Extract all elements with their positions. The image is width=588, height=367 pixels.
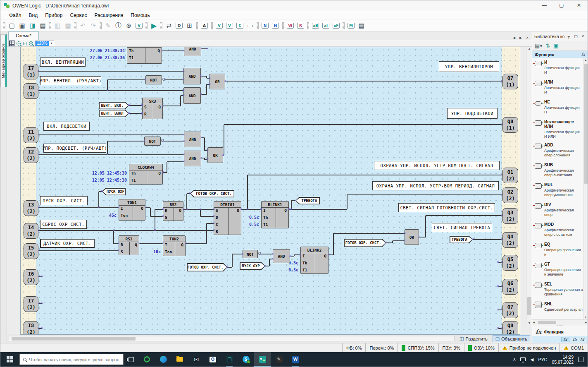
maximize-button[interactable]: ▢ — [553, 0, 570, 11]
input-port-I3(2)[interactable]: I3(2) — [24, 200, 38, 216]
output-port-Q6(2)[interactable]: Q6(2) — [502, 279, 518, 295]
library-item-SUB[interactable]: SUBАрифметическая опер вычитания — [532, 161, 583, 180]
output-port-Q1(2)[interactable]: Q1(2) — [502, 168, 518, 183]
task-view-button[interactable] — [124, 352, 138, 367]
input-port-I8(2)[interactable]: I8(2) — [24, 321, 38, 335]
write-block-button[interactable]: W — [285, 20, 295, 31]
input-port-I5(2)[interactable]: I5(2) — [24, 243, 38, 259]
output-port-Q8(2)[interactable]: Q8(2) — [502, 321, 518, 335]
upload-to-device-button[interactable]: ⇄ — [164, 20, 174, 31]
scroll-down-icon[interactable]: ▼ — [526, 321, 532, 324]
taskbar-app-skype[interactable]: S — [238, 352, 254, 367]
gate-NOT[interactable]: NOT — [243, 250, 258, 258]
output-port-Q2(2)[interactable]: Q2(2) — [502, 187, 518, 203]
close-tab-icon[interactable]: ✕ — [524, 36, 530, 40]
library-tab-fb[interactable]: fb — [573, 337, 577, 342]
gate-OR[interactable]: OR — [209, 74, 225, 89]
fb-block-CLOCK[interactable]: Th27.06 21:38:34T127.06 21:38:36Q — [127, 47, 162, 64]
open-file-button[interactable]: ▣ — [17, 20, 27, 31]
start-button[interactable] — [0, 352, 19, 367]
close-button[interactable]: ✕ — [570, 0, 588, 11]
gate-AND[interactable]: AND — [184, 151, 201, 166]
taskbar-app-owen-logic[interactable] — [254, 352, 271, 367]
gate-AND[interactable]: AND — [183, 68, 201, 84]
library-scrollbar[interactable]: ▲ ▼ — [583, 58, 588, 319]
net-connector-source[interactable]: ГОТОВ ОХР. СИСТ. — [187, 263, 227, 271]
net-connector-source[interactable]: ГОТОВ ОХР. СИСТ. — [344, 239, 386, 247]
net-connector-source[interactable]: ТРЕВОГА — [450, 236, 473, 243]
tab-schema[interactable]: Схема* — [8, 31, 39, 40]
net-connector-sink[interactable]: ПУСК ОХР — [102, 188, 126, 195]
library-section-header[interactable]: Функция fx — [532, 51, 588, 58]
zoom-dropdown-button[interactable]: ▼ — [49, 41, 54, 46]
split-view-button[interactable]: ◫ Разделить — [457, 336, 490, 342]
taskbar-app-mail[interactable]: ✉ — [188, 352, 205, 367]
input-port-I8(1)[interactable]: I8(1) — [24, 83, 38, 99]
output-port-Q3(2)[interactable]: Q3(2) — [502, 208, 518, 224]
input-port-I7(1)[interactable]: I7(1) — [24, 64, 38, 79]
net-block-button[interactable]: ▭ — [245, 20, 255, 31]
net-connector-source[interactable]: ВЕНТ. ВКЛ. — [99, 102, 129, 109]
library-item-SEL[interactable]: SELТернарная условная о сравнения — [532, 280, 583, 300]
taskbar-app-word[interactable]: W — [287, 352, 304, 367]
menu-item-Помощь[interactable]: Помощь — [127, 12, 153, 18]
input-port-I6(2)[interactable]: I6(2) — [24, 269, 38, 285]
comment-label[interactable]: ОХРАНА УПР. ИСПОЛ. УСТР-ВОМ ПОСТ. СИГНАЛ — [374, 161, 500, 170]
sort-button[interactable]: ⇅ — [546, 43, 550, 49]
comment-label[interactable]: ВКЛ. ВЕНТИЛЯЦИИ — [40, 58, 86, 67]
library-item-MOD[interactable]: MODАрифметическая опер с остатком — [532, 220, 583, 240]
gate-OR[interactable]: OR — [207, 147, 223, 163]
macro-block-button[interactable]: M — [346, 20, 356, 31]
grid-toggle-button[interactable] — [9, 41, 14, 46]
folders-button[interactable]: ▣ — [554, 43, 559, 49]
gate-OR[interactable]: OR — [405, 229, 419, 245]
language-indicator[interactable]: РУС — [538, 357, 547, 362]
library-tab-M[interactable]: M — [580, 337, 584, 342]
output-port-Q4(2)[interactable]: Q4(2) — [502, 232, 518, 248]
convert-int-button[interactable]: xI — [321, 20, 331, 31]
gate-AND[interactable]: AND — [184, 132, 201, 147]
fb-block-SR3[interactable]: SR3SRQ — [142, 98, 163, 119]
minimize-button[interactable]: — — [536, 0, 553, 11]
canvas-vertical-scrollbar[interactable]: ▲ ▼ — [526, 47, 532, 325]
zoom-level-input[interactable]: 120% ▼ — [35, 41, 54, 46]
screen-manager-tab[interactable]: Менеджер экранов — [0, 34, 7, 87]
input-port-I2(2)[interactable]: I2(2) — [24, 147, 38, 163]
output-variable-button[interactable]: V — [224, 20, 235, 31]
scrollbar-thumb[interactable] — [527, 297, 531, 315]
paste-button[interactable]: ▩ — [63, 20, 73, 31]
view-mode-button[interactable]: ▤▾ — [535, 43, 543, 49]
gate-NOT[interactable]: NOT — [145, 75, 162, 84]
taskbar-app-app-dark-teal[interactable] — [221, 352, 238, 367]
device-block-button[interactable]: Q — [174, 20, 184, 31]
network-icon[interactable] — [520, 357, 526, 361]
comment-label[interactable]: СВЕТ. СИГНАЛ ТРЕВОГА — [432, 223, 492, 232]
read-block-button[interactable]: R — [295, 20, 306, 31]
taskbar-app-app-green-ring[interactable] — [138, 352, 155, 367]
close-panel-icon[interactable]: ✕ — [580, 34, 586, 38]
comment-label[interactable]: ОХРАНА УПР. ИСПОЛ. УСТР-ВОМ ПЕРИОД. СИГН… — [372, 181, 499, 190]
comment-label[interactable]: УПР. ВЕНТИЛЯТОРОМ — [439, 61, 499, 72]
next-tab-icon[interactable]: ▶ — [518, 36, 524, 40]
convert-bool-button[interactable]: xB — [310, 20, 321, 31]
library-item-SHL[interactable]: SHLСдвиговый регистр вл — [532, 300, 583, 319]
canvas-horizontal-scrollbar[interactable] — [9, 336, 455, 341]
library-horizontal-scrollbar[interactable]: ◀ ▶ — [532, 319, 588, 325]
pin-icon[interactable]: ┳ — [566, 34, 571, 38]
save-button[interactable]: ◨ — [27, 20, 38, 31]
input-port-I4(2)[interactable]: I4(2) — [24, 223, 38, 239]
net-connector-sink[interactable]: ГОТОВ ОХР. СИСТ. — [190, 190, 234, 197]
schema-canvas[interactable]: ✕✕✕✕✕✕✕✕✕✕✕✕✕✕✕✕✕✕✕✕✕✕✕✕✕✕✕✕✕✕✕✕✕✕✕✕✕✕✕✕… — [20, 47, 520, 335]
menu-item-Расширения[interactable]: Расширения — [91, 12, 127, 18]
scroll-right-icon[interactable]: ▶ — [585, 320, 587, 325]
fb-block-RS2[interactable]: RS2RSQ — [163, 201, 183, 221]
output-port-Q7(1)[interactable]: Q7(1) — [502, 74, 518, 89]
library-item-EQ[interactable]: EQОперация сравнения н — [532, 240, 583, 260]
undo-button[interactable]: ↶ — [78, 20, 88, 31]
zoom-out-button[interactable]: − — [17, 41, 21, 46]
gate-NOT[interactable]: NOT — [144, 137, 161, 146]
library-item-DIV[interactable]: DIVАрифметическая опер — [532, 200, 583, 220]
print-button[interactable]: ▤ — [38, 20, 48, 31]
scroll-left-icon[interactable]: ◀ — [533, 320, 535, 325]
output-port-Q5(2)[interactable]: Q5(2) — [502, 255, 518, 271]
